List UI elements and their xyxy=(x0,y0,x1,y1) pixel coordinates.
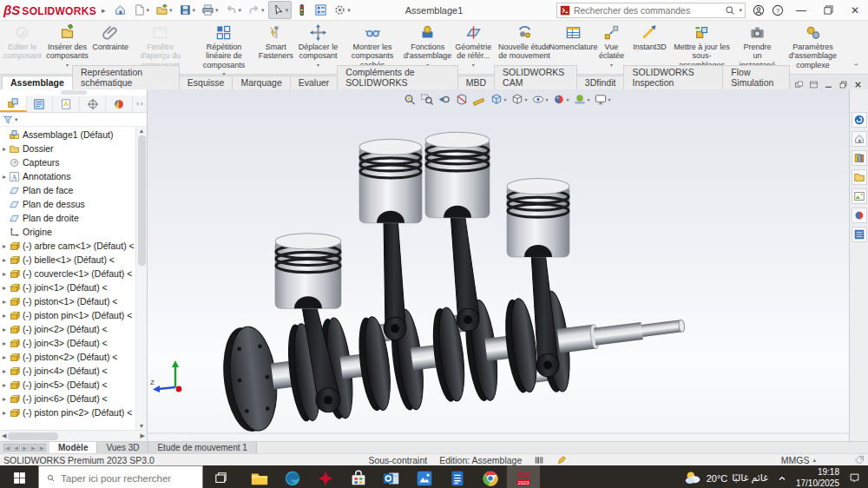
tree-root-item[interactable]: Assemblage1 (Défaut) xyxy=(0,128,135,142)
clock-widget[interactable]: 19:18 17/10/2025 xyxy=(796,467,839,488)
tree-item[interactable]: ▸(-) join<1> (Défaut) < xyxy=(0,280,135,294)
options-gear-button[interactable]: ▾ xyxy=(331,2,353,18)
expand-arrow-icon[interactable]: ▸ xyxy=(0,242,9,250)
tree-item[interactable]: ▸(-) piston pin<2> (Défaut) < xyxy=(0,406,135,419)
task-pane-tab-design-library[interactable] xyxy=(852,150,867,166)
tree-item[interactable]: ▸(-) join<6> (Défaut) < xyxy=(0,392,135,406)
hidden-icons-chevron[interactable] xyxy=(777,473,787,484)
tree-item[interactable]: ▸(-) join<5> (Défaut) < xyxy=(0,378,135,392)
tree-item[interactable]: ▸(-) bielle<1> (Défaut) < xyxy=(0,253,135,267)
taskbar-app-edge[interactable] xyxy=(276,465,309,488)
task-view-button[interactable] xyxy=(203,465,238,488)
taskbar-app-blue-document[interactable] xyxy=(441,465,474,488)
manager-tabs-scroll[interactable]: ‹ › xyxy=(133,100,147,108)
previous-view-button[interactable] xyxy=(437,92,451,107)
minimize-doc-button[interactable] xyxy=(824,80,833,89)
task-pane-tab-solidworks-resources[interactable] xyxy=(852,131,867,147)
command-tab-9[interactable]: SOLIDWORKS Inspection xyxy=(623,65,723,89)
task-pane-tab-threedexperience[interactable] xyxy=(852,112,867,128)
open-button[interactable]: ▾ xyxy=(153,2,175,18)
tree-item[interactable]: Capteurs xyxy=(0,155,135,169)
taskbar-app-solidworks-2023[interactable]: SW2023 xyxy=(507,465,540,488)
taskbar-search-box[interactable] xyxy=(38,465,203,488)
weather-widget[interactable]: 20°C غائم غالبًا xyxy=(684,469,768,487)
taskbar-app-adobe[interactable] xyxy=(309,465,342,488)
switch-window-button[interactable] xyxy=(809,80,819,89)
rebuild-traffic-light-button[interactable] xyxy=(293,2,311,18)
expand-arrow-icon[interactable]: ▸ xyxy=(0,284,9,292)
expand-arrow-icon[interactable]: ▸ xyxy=(0,353,9,361)
taskbar-app-chrome[interactable] xyxy=(474,465,507,488)
taskbar-app-file-explorer[interactable] xyxy=(243,465,276,488)
redo-button[interactable]: ▾ xyxy=(245,2,267,18)
print-button[interactable]: ▾ xyxy=(199,2,221,18)
tree-item[interactable]: ▸(-) piston pin<1> (Défaut) < xyxy=(0,308,135,322)
tree-item[interactable]: ▸(-) join<2> (Défaut) < xyxy=(0,322,135,336)
section-view-button[interactable] xyxy=(454,92,469,107)
task-pane-tab-view-palette[interactable] xyxy=(852,188,867,204)
panel-splitter-handle[interactable] xyxy=(61,90,87,95)
tree-item[interactable]: ▸(-) piston<2> (Défaut) < xyxy=(0,350,135,364)
sheet-nav-buttons[interactable]: ◀◀▶▶▶ xyxy=(0,442,49,453)
account-icon[interactable] xyxy=(753,4,765,16)
tree-item[interactable]: ▸(-) piston<1> (Défaut) < xyxy=(0,294,135,308)
expand-arrow-icon[interactable]: ▸ xyxy=(0,256,9,264)
hide-show-items-button[interactable]: ▾ xyxy=(531,92,549,107)
expand-arrow-icon[interactable]: ▸ xyxy=(0,270,9,278)
expand-arrow-icon[interactable]: ▸ xyxy=(0,173,9,181)
ribbon-collapse-chevron[interactable]: ⌃ xyxy=(845,61,866,73)
select-cursor-button[interactable]: ▾ xyxy=(268,1,293,19)
scroll-up-arrow[interactable]: ▲ xyxy=(139,128,145,134)
close-button[interactable]: ✕ xyxy=(845,4,865,16)
command-tab-6[interactable]: MBD xyxy=(457,76,495,89)
tree-item[interactable]: ▸(-) join<4> (Défaut) < xyxy=(0,364,135,378)
horizontal-scroll-thumb[interactable] xyxy=(8,432,58,440)
tree-item[interactable]: ▸(-) couvercle<1> (Défaut) < xyxy=(0,267,135,280)
restore-doc-button[interactable] xyxy=(838,80,848,89)
manager-tab-configuration-manager[interactable] xyxy=(53,96,80,112)
menu-expand-arrow[interactable]: ▸ xyxy=(102,6,106,15)
command-tab-7[interactable]: SOLIDWORKS CAM xyxy=(494,65,577,89)
command-tab-10[interactable]: Flow Simulation xyxy=(722,65,790,89)
home-button[interactable] xyxy=(111,2,129,18)
command-search-input[interactable] xyxy=(574,5,721,16)
help-icon[interactable]: ? xyxy=(772,4,784,16)
command-tab-1[interactable]: Représentation schématique xyxy=(72,65,180,89)
tree-item[interactable]: ▸(-) join<3> (Défaut) < xyxy=(0,336,135,350)
close-doc-button[interactable] xyxy=(853,80,863,89)
edit-appearance-button[interactable]: ▾ xyxy=(552,92,570,107)
search-icon[interactable] xyxy=(725,5,735,16)
command-tab-2[interactable]: Esquisse xyxy=(179,76,233,89)
command-search-box[interactable]: ▾ xyxy=(556,3,746,18)
display-style-button[interactable]: ▾ xyxy=(510,92,529,107)
tree-item[interactable]: ▸(-) arbre cam<1> (Défaut) < xyxy=(0,239,135,253)
notification-center-icon[interactable] xyxy=(848,472,861,485)
file-properties-button[interactable] xyxy=(312,2,330,18)
expand-arrow-icon[interactable]: ▸ xyxy=(0,381,9,389)
model-tab-0[interactable]: Modèle xyxy=(49,442,97,453)
scroll-left-arrow[interactable]: ◀ xyxy=(2,432,6,439)
taskbar-app-microsoft-store[interactable] xyxy=(342,465,375,488)
taskbar-search-input[interactable] xyxy=(61,473,194,484)
tree-item[interactable]: Plan de droite xyxy=(0,211,135,225)
apply-scene-button[interactable]: ▾ xyxy=(573,92,591,107)
task-pane-tab-custom-properties[interactable] xyxy=(852,227,867,242)
manager-tab-feature-manager[interactable] xyxy=(0,96,27,112)
cascade-windows-button[interactable] xyxy=(794,80,804,89)
expand-arrow-icon[interactable]: ▸ xyxy=(0,145,9,153)
manager-tab-dimxpert-manager[interactable] xyxy=(80,96,107,112)
restore-button[interactable] xyxy=(819,5,838,15)
new-document-button[interactable]: ▾ xyxy=(130,2,153,18)
command-tab-3[interactable]: Marquage xyxy=(232,76,290,89)
measure-button[interactable] xyxy=(471,92,486,107)
filter-funnel-icon[interactable] xyxy=(3,115,13,125)
filter-dropdown-arrow[interactable]: ▾ xyxy=(15,116,18,123)
command-tab-4[interactable]: Evaluer xyxy=(290,76,339,89)
3d-model-crankshaft-pistons[interactable] xyxy=(148,89,849,441)
model-tab-1[interactable]: Vues 3D xyxy=(97,442,148,453)
task-pane-tab-file-explorer-pane[interactable] xyxy=(852,169,867,185)
view-orientation-button[interactable]: ▾ xyxy=(489,92,507,107)
tree-item[interactable]: Origine xyxy=(0,225,135,239)
zoom-to-fit-button[interactable] xyxy=(402,92,417,107)
taskbar-app-photos[interactable] xyxy=(408,465,441,488)
